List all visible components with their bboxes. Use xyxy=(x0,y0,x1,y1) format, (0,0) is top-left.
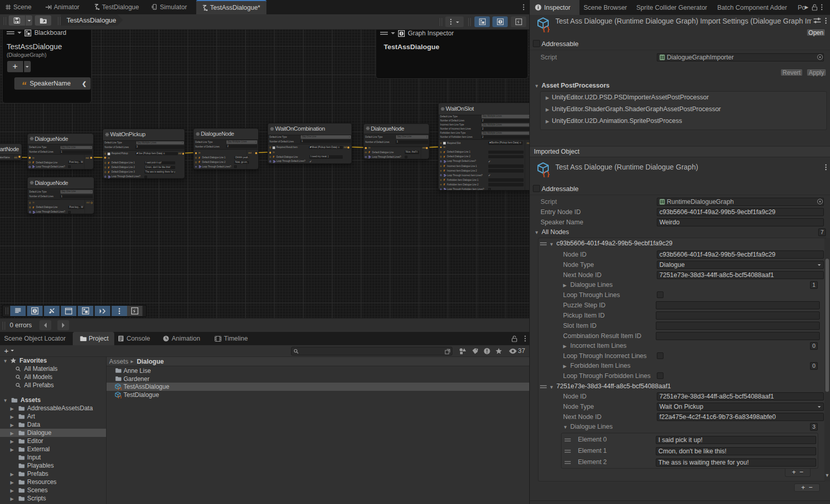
svg-text:{}: {} xyxy=(117,387,121,391)
svg-text:{}: {} xyxy=(542,171,550,177)
svg-text:{}: {} xyxy=(542,26,550,32)
svg-text:{}: {} xyxy=(117,395,121,398)
